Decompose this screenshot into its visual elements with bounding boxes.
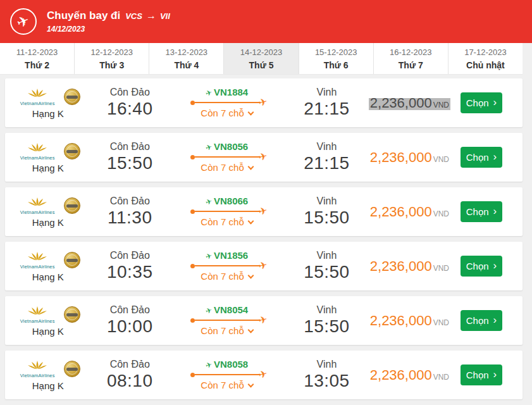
tab-day: Thứ 6: [324, 60, 349, 70]
flight-number-line: ✈VN8056: [169, 141, 285, 152]
seats-remaining-label: Còn 7 chỗ: [201, 380, 244, 390]
select-flight-button[interactable]: Chọn ›: [461, 256, 502, 277]
flight-info-column: ✈VN8054 ✈ Còn 7 chỗ: [169, 304, 285, 337]
route-graphic: ✈: [190, 98, 267, 107]
seats-remaining-dropdown[interactable]: Còn 7 chỗ: [201, 325, 252, 336]
vietnam-airlines-logo: VietnamAirlines: [15, 251, 59, 270]
departure-plane-icon: ✈: [10, 8, 37, 35]
award-medal-icon: [64, 89, 80, 105]
fare-class-label: Hạng K: [5, 163, 90, 173]
tab-day: Thứ 3: [99, 60, 124, 70]
price-amount: 2,236,000: [370, 95, 432, 111]
route-line: [195, 320, 261, 321]
seats-remaining-dropdown[interactable]: Còn 7 chỗ: [201, 271, 252, 282]
airline-brand-name: VietnamAirlines: [20, 209, 55, 215]
departure-column: Côn Đảo 11:30: [90, 196, 169, 228]
seats-remaining-label: Còn 7 chỗ: [201, 271, 244, 282]
chevron-down-icon: [247, 218, 254, 225]
flight-number: VN8058: [214, 359, 248, 370]
departure-time: 08:10: [90, 371, 169, 391]
price-currency: VND: [433, 155, 449, 164]
price-amount: 2,236,000: [370, 149, 432, 165]
seats-remaining-dropdown[interactable]: Còn 7 chỗ: [201, 216, 252, 227]
seats-remaining-dropdown[interactable]: Còn 7 chỗ: [201, 380, 252, 390]
flight-result-list: VietnamAirlines Hạng K Côn Đảo 16:40 ✈VN…: [0, 75, 532, 399]
arrival-city: Vinh: [285, 250, 369, 261]
seats-remaining-dropdown[interactable]: Còn 7 chỗ: [201, 108, 252, 118]
departure-column: Côn Đảo 16:40: [90, 87, 169, 119]
price-amount: 2,236,000: [370, 313, 432, 328]
price-amount: 2,236,000: [370, 258, 432, 274]
flight-row: VietnamAirlines Hạng K Côn Đảo 10:00 ✈VN…: [5, 296, 523, 345]
action-column: Chọn ›: [461, 92, 514, 113]
airline-column: VietnamAirlines Hạng K: [5, 142, 90, 173]
vietnam-airlines-logo: VietnamAirlines: [15, 87, 59, 106]
seats-remaining-label: Còn 7 chỗ: [201, 216, 244, 227]
departure-city: Côn Đảo: [90, 304, 169, 316]
tab-day: Thứ 2: [25, 60, 49, 70]
departure-time: 10:00: [90, 316, 169, 337]
flight-number-line: ✈VN1856: [169, 250, 285, 261]
small-plane-icon: ✈: [204, 142, 213, 153]
airline-brand-name: VietnamAirlines: [20, 101, 55, 106]
chevron-right-icon: ›: [493, 97, 497, 108]
flight-number: VN1856: [214, 250, 248, 261]
small-plane-icon: ✈: [204, 197, 213, 208]
flight-number-line: ✈VN8054: [169, 304, 285, 315]
date-tab[interactable]: 13-12-2023 Thứ 4: [149, 43, 224, 74]
lotus-icon: [26, 359, 49, 372]
select-flight-button[interactable]: Chọn ›: [461, 364, 502, 385]
departure-city: Côn Đảo: [90, 141, 169, 153]
arrival-city: Vinh: [285, 87, 369, 98]
date-tab[interactable]: 17-12-2023 Chủ nhật: [448, 43, 523, 74]
departure-column: Côn Đảo 10:35: [90, 250, 169, 282]
tab-date: 11-12-2023: [16, 47, 58, 57]
select-flight-label: Chọn: [466, 370, 489, 380]
arrival-column: Vinh 13:05: [285, 359, 369, 391]
seats-remaining-label: Còn 7 chỗ: [201, 108, 244, 118]
date-tab[interactable]: 15-12-2023 Thứ 6: [299, 43, 374, 74]
departure-time: 15:50: [90, 153, 169, 173]
price-column: 2,236,000VND: [369, 149, 461, 166]
route-arrow-icon: →: [146, 10, 156, 22]
arrival-city: Vinh: [285, 359, 369, 370]
arrival-column: Vinh 21:15: [285, 87, 369, 119]
price-column: 2,236,000VND: [369, 204, 461, 220]
vietnam-airlines-logo: VietnamAirlines: [15, 196, 59, 215]
flight-row: VietnamAirlines Hạng K Côn Đảo 08:10 ✈VN…: [5, 351, 523, 399]
select-flight-button[interactable]: Chọn ›: [461, 92, 502, 113]
seats-remaining-label: Còn 7 chỗ: [201, 325, 244, 336]
date-tab[interactable]: 14-12-2023 Thứ 5: [224, 43, 299, 74]
tab-date: 13-12-2023: [166, 47, 208, 57]
date-tab-bar: 11-12-2023 Thứ 2 12-12-2023 Thứ 3 13-12-…: [0, 43, 523, 75]
arrival-time: 15:50: [285, 262, 369, 282]
price-amount: 2,236,000: [370, 204, 432, 220]
arrival-time: 21:15: [285, 153, 369, 173]
departure-city: Côn Đảo: [90, 250, 169, 261]
select-flight-button[interactable]: Chọn ›: [461, 310, 502, 331]
departure-column: Côn Đảo 10:00: [90, 304, 169, 337]
route-origin-dot: [190, 264, 195, 268]
seats-remaining-label: Còn 7 chỗ: [201, 162, 244, 173]
chevron-right-icon: ›: [493, 151, 497, 162]
select-flight-label: Chọn: [466, 152, 489, 163]
lotus-icon: [26, 196, 49, 209]
route-origin-dot: [190, 155, 195, 159]
airline-brand-name: VietnamAirlines: [20, 155, 55, 161]
chevron-right-icon: ›: [493, 315, 497, 325]
fare-class-label: Hạng K: [5, 326, 90, 337]
departure-city: Côn Đảo: [90, 359, 169, 370]
select-flight-button[interactable]: Chọn ›: [461, 201, 502, 222]
arrival-column: Vinh 21:15: [285, 141, 369, 173]
date-tab[interactable]: 11-12-2023 Thứ 2: [0, 43, 75, 74]
route-plane-icon: ✈: [257, 206, 268, 218]
flight-info-column: ✈VN1856 ✈ Còn 7 chỗ: [169, 250, 285, 282]
chevron-right-icon: ›: [493, 369, 497, 380]
date-tab[interactable]: 16-12-2023 Thứ 7: [374, 43, 448, 74]
flight-info-column: ✈VN8058 ✈ Còn 7 chỗ: [169, 359, 285, 391]
small-plane-icon: ✈: [204, 251, 213, 262]
price: 2,236,000VND: [369, 207, 450, 219]
date-tab[interactable]: 12-12-2023 Thứ 3: [75, 43, 149, 74]
seats-remaining-dropdown[interactable]: Còn 7 chỗ: [201, 162, 252, 173]
select-flight-button[interactable]: Chọn ›: [461, 147, 502, 168]
